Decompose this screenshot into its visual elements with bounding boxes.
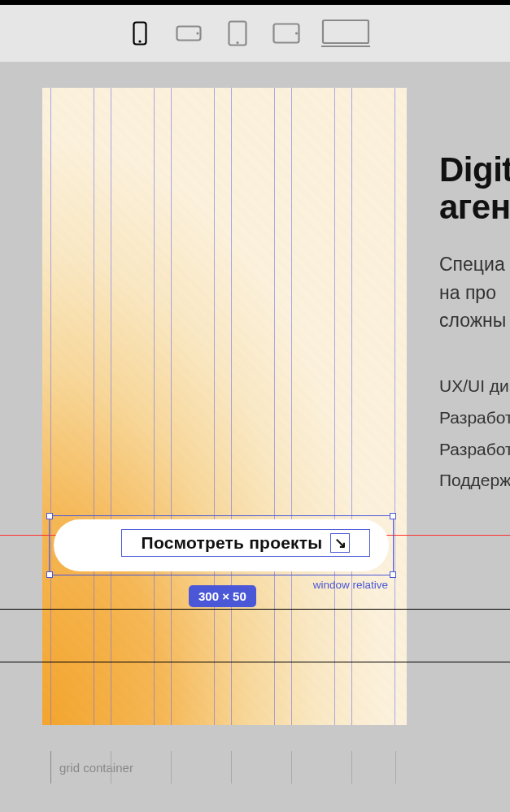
svg-point-5 — [236, 41, 238, 44]
device-phone-portrait[interactable] — [126, 20, 154, 47]
hero-copy: Digit агент Специа на про сложны UX/UI д… — [439, 151, 510, 497]
grid-container-bar — [50, 751, 51, 784]
svg-rect-6 — [274, 24, 299, 43]
list-item: Поддерж — [439, 465, 510, 497]
para-line: Специа — [439, 254, 505, 275]
para-line: сложны — [439, 310, 506, 331]
device-toolbar — [0, 5, 510, 62]
grid-container-tick — [395, 751, 396, 784]
grid-container-tick — [231, 751, 232, 784]
svg-point-1 — [138, 40, 141, 42]
list-item: UX/UI ди — [439, 371, 510, 402]
device-tablet-landscape[interactable] — [272, 20, 300, 47]
editor-canvas[interactable]: Digit агент Специа на про сложны UX/UI д… — [0, 62, 510, 812]
guide-line[interactable] — [0, 609, 510, 610]
grid-container-label: grid container — [59, 761, 133, 775]
grid-container-tick — [171, 751, 172, 784]
grid-container-tick — [291, 751, 292, 784]
selection-outline-inner[interactable]: Посмотреть проекты ↘ — [121, 529, 370, 557]
list-item: Разработ — [439, 402, 510, 434]
services-list: UX/UI ди Разработ Разработ Поддерж — [439, 371, 510, 497]
hero-heading: Digit агент — [439, 151, 510, 226]
guide-line[interactable] — [0, 662, 510, 662]
resize-handle-bl[interactable] — [46, 571, 53, 578]
device-phone-landscape[interactable] — [175, 20, 203, 47]
svg-point-3 — [196, 32, 198, 34]
arrow-down-right-icon: ↘ — [330, 533, 350, 553]
selection-outline-outer[interactable]: Посмотреть проекты ↘ window relative — [49, 515, 394, 575]
para-line: на про — [439, 282, 496, 303]
svg-point-7 — [295, 32, 298, 34]
svg-rect-8 — [323, 20, 368, 43]
heading-line-2: агент — [439, 188, 510, 226]
heading-line-1: Digit — [439, 150, 510, 189]
device-desktop[interactable] — [321, 20, 370, 47]
artboard[interactable] — [42, 88, 407, 725]
grid-container-tick — [351, 751, 352, 784]
hero-paragraph: Специа на про сложны — [439, 250, 510, 335]
resize-handle-br[interactable] — [390, 571, 396, 578]
resize-handle-tl[interactable] — [46, 513, 53, 519]
resize-handle-tr[interactable] — [390, 513, 396, 519]
cta-label: Посмотреть проекты — [142, 533, 323, 553]
grid-container-tick — [111, 751, 111, 784]
device-tablet-portrait[interactable] — [224, 20, 251, 47]
position-mode-label: window relative — [313, 579, 388, 591]
list-item: Разработ — [439, 434, 510, 466]
grid-container-indicator: grid container — [50, 751, 399, 784]
selection-dimensions-badge: 300 × 50 — [189, 585, 256, 607]
